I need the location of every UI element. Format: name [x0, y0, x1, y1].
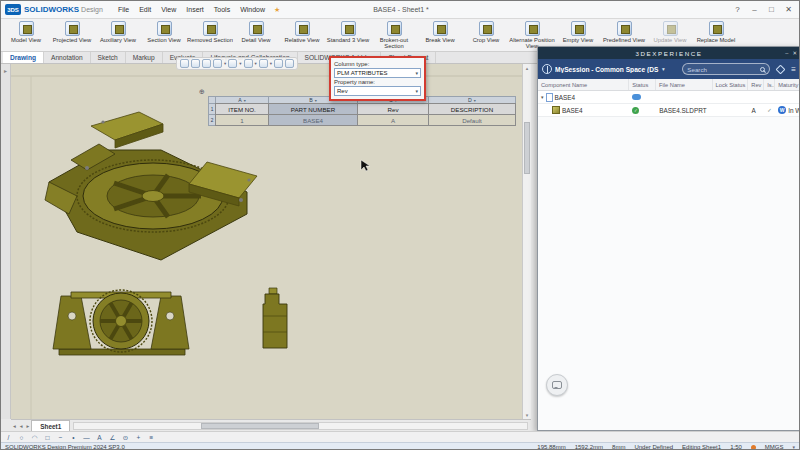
scrollbar-thumb[interactable] [524, 122, 530, 174]
line-tool-icon[interactable]: / [4, 433, 13, 442]
display-style-icon[interactable] [244, 59, 253, 68]
detail-view-button[interactable]: Detail View [233, 20, 279, 50]
session-name[interactable]: MySession - Common Space (DS - ... [555, 66, 659, 73]
drawing-canvas[interactable]: ⊕ A▾ B▾ C▾ D▾ 1 ITEM NO. PART NUMBER Rev… [11, 64, 531, 419]
smart-dimension-tool-icon[interactable]: ∠ [108, 433, 117, 442]
panel-minimize-icon[interactable]: – [785, 47, 788, 59]
bom-cell-part-number[interactable]: BASE4 [268, 114, 358, 126]
projected-view-button[interactable]: Projected View [49, 20, 95, 50]
maximize-button[interactable]: □ [763, 1, 780, 19]
zoom-area-icon[interactable] [191, 59, 200, 68]
sheet-scale[interactable]: 1:50 [730, 444, 742, 450]
col-status[interactable]: Status [629, 79, 656, 90]
sheet-tab-sheet1[interactable]: Sheet1 [31, 420, 70, 431]
bom-cell-description[interactable]: Default [428, 114, 516, 126]
help-icon[interactable]: ? [729, 1, 746, 19]
zoom-fit-icon[interactable] [180, 59, 189, 68]
caret-down-icon[interactable]: ▾ [270, 61, 272, 66]
featuremanager-collapsed-strip[interactable]: ▸ [1, 64, 11, 419]
section-view-button[interactable]: Section View [141, 20, 187, 50]
centerline-tool-icon[interactable]: — [82, 433, 91, 442]
arc-tool-icon[interactable]: ◠ [30, 433, 39, 442]
add-relation-tool-icon[interactable]: + [134, 433, 143, 442]
removed-section-button[interactable]: Removed Section [187, 20, 233, 50]
view-orientation-icon[interactable] [228, 59, 237, 68]
col-rev[interactable]: Rev [748, 79, 764, 90]
canvas-horizontal-scrollbar[interactable] [73, 422, 528, 430]
close-button[interactable]: ✕ [780, 1, 797, 19]
search-input[interactable] [687, 66, 760, 73]
edit-appearance-icon[interactable] [274, 59, 283, 68]
scroll-down-icon[interactable]: ▾ [523, 411, 531, 419]
iso-assembly-view[interactable] [45, 112, 257, 260]
tab-markup[interactable]: Markup [126, 52, 163, 63]
break-view-button[interactable]: Break View [417, 20, 463, 50]
panel-menu-icon[interactable]: ≡ [791, 65, 796, 74]
property-name-select[interactable]: Rev ▾ [334, 86, 421, 96]
col-is[interactable]: Is... [764, 79, 775, 90]
assistant-chat-button[interactable] [546, 374, 568, 396]
bom-cell-rev[interactable]: A [357, 114, 429, 126]
notification-icon[interactable] [751, 445, 756, 450]
rectangle-tool-icon[interactable]: □ [43, 433, 52, 442]
standard-3-view-button[interactable]: Standard 3 View [325, 20, 371, 50]
component-row-drawing[interactable]: ▾ BASE4 [538, 91, 800, 104]
next-sheet-icon[interactable]: ▸ [25, 423, 32, 429]
expand-panel-arrow-icon[interactable]: ▸ [1, 67, 10, 74]
col-lock-status[interactable]: Lock Status [713, 79, 749, 90]
model-view-button[interactable]: Model View [3, 20, 49, 50]
section-view-icon[interactable] [213, 59, 222, 68]
caret-down-icon[interactable]: ▾ [255, 61, 257, 66]
side-view[interactable] [263, 288, 287, 348]
column-filter-caret-icon[interactable]: ▾ [244, 98, 246, 103]
point-tool-icon[interactable]: • [69, 433, 78, 442]
tab-annotation[interactable]: Annotation [44, 52, 91, 63]
menu-window[interactable]: Window [235, 6, 270, 13]
minimize-button[interactable]: – [746, 1, 763, 19]
bom-cell-item-no[interactable]: 1 [215, 114, 269, 126]
table-move-handle-icon[interactable]: ⊕ [199, 88, 205, 96]
first-sheet-icon[interactable]: ◂ [11, 423, 18, 429]
col-component-name[interactable]: Component Name [538, 79, 629, 90]
prev-sheet-icon[interactable]: ◂ [18, 423, 25, 429]
menu-edit[interactable]: Edit [134, 6, 156, 13]
expand-row-icon[interactable]: ▾ [541, 94, 544, 100]
component-row-part[interactable]: BASE4 ✓ BASE4.SLDPRT A ✓ W In Work [538, 104, 800, 117]
auxiliary-view-button[interactable]: Auxiliary View [95, 20, 141, 50]
broken-out-section-button[interactable]: Broken-out Section [371, 20, 417, 50]
caret-down-icon[interactable]: ▾ [224, 61, 226, 66]
column-filter-caret-icon[interactable]: ▾ [474, 98, 476, 103]
menu-view[interactable]: View [156, 6, 181, 13]
3ds-compass-icon[interactable] [542, 64, 552, 74]
tab-drawing[interactable]: Drawing [3, 52, 44, 63]
search-box[interactable] [682, 63, 770, 75]
spline-tool-icon[interactable]: ~ [56, 433, 65, 442]
col-maturity-state[interactable]: Maturity St... [775, 79, 800, 90]
chevron-down-icon[interactable]: ▾ [662, 66, 665, 72]
search-icon[interactable] [760, 67, 765, 72]
crop-view-button[interactable]: Crop View [463, 20, 509, 50]
scrollbar-thumb[interactable] [201, 423, 319, 429]
panel-close-icon[interactable]: ✕ [792, 47, 797, 59]
scroll-up-icon[interactable]: ▴ [523, 64, 531, 72]
relative-view-button[interactable]: Relative View [279, 20, 325, 50]
column-filter-caret-icon[interactable]: ▾ [315, 98, 317, 103]
front-view[interactable] [53, 290, 189, 355]
bookmark-star-icon[interactable]: ★ [274, 6, 280, 14]
menu-insert[interactable]: Insert [181, 6, 209, 13]
previous-view-icon[interactable] [202, 59, 211, 68]
tab-sketch[interactable]: Sketch [91, 52, 126, 63]
view-settings-icon[interactable] [285, 59, 294, 68]
unit-system[interactable]: MMGS [765, 444, 784, 450]
circle-tool-icon[interactable]: ○ [17, 433, 26, 442]
center-circle-tool-icon[interactable]: ⊙ [121, 433, 130, 442]
column-type-select[interactable]: PLM ATTRIBUTES ▾ [334, 68, 421, 78]
menu-file[interactable]: File [113, 6, 134, 13]
caret-down-icon[interactable]: ▾ [239, 61, 241, 66]
col-file-name[interactable]: File Name [656, 79, 713, 90]
canvas-vertical-scrollbar[interactable]: ▴ ▾ [522, 64, 531, 419]
text-tool-icon[interactable]: A [95, 433, 104, 442]
tag-icon[interactable] [776, 64, 786, 74]
trim-tool-icon[interactable]: ≡ [147, 433, 156, 442]
chevron-down-icon[interactable]: ▾ [792, 444, 795, 450]
